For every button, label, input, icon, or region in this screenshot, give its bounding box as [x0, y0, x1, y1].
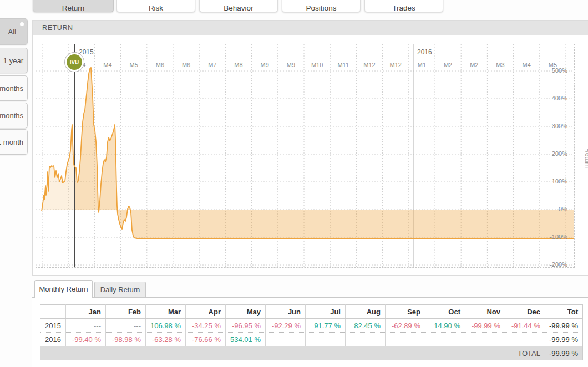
month-label: M10 [311, 62, 323, 68]
col-header-oct: Oct [425, 305, 465, 319]
month-label: M3 [496, 62, 504, 68]
total-label: TOTAL [40, 346, 545, 360]
month-label: M2 [470, 62, 478, 68]
col-header-year [40, 305, 66, 319]
y-axis-title: Return [584, 148, 588, 176]
col-header-mar: Mar [146, 305, 186, 319]
return-cell: -34.25 % [186, 319, 226, 333]
return-cell [266, 333, 306, 346]
return-cell [346, 333, 386, 346]
period-button-1-year[interactable]: 1 year [0, 48, 28, 73]
return-panel: RETURN M4M4M5M6M6M7M8M9M9M10M11M12M12M1M… [32, 20, 588, 276]
return-cell: 534.01 % [226, 333, 266, 346]
y-tick-label: -200% [550, 261, 567, 267]
return-cell: --- [106, 319, 146, 333]
col-header-jun: Jun [266, 305, 306, 319]
month-label: M4 [103, 62, 111, 68]
month-label: M11 [338, 62, 349, 68]
total-value: -99.99 % [545, 346, 583, 360]
return-cell: 91.77 % [306, 319, 346, 333]
page: ReturnRiskBehaviorPositionsTrades All1 y… [0, 0, 588, 367]
y-tick-label: 500% [552, 67, 567, 74]
y-tick-label: 100% [552, 178, 567, 185]
col-header-tot: Tot [545, 305, 583, 319]
col-header-sep: Sep [386, 305, 425, 319]
col-header-aug: Aug [346, 305, 386, 319]
period-button-1-month[interactable]: 1 month [0, 129, 28, 155]
month-label: M5 [130, 62, 138, 68]
selected-dot [20, 22, 24, 26]
return-cell: -98.98 % [106, 333, 146, 346]
return-cell: 14.90 % [425, 319, 465, 333]
month-label: M6 [156, 62, 164, 68]
table-row: 2016-99.40 %-98.98 %-63.28 %-76.66 %534.… [40, 333, 583, 346]
return-cell: -92.29 % [266, 319, 306, 333]
y-tick-label: 0% [559, 206, 567, 212]
return-cell: -96.95 % [226, 319, 266, 333]
ivu-marker-badge[interactable]: IVU [65, 53, 84, 72]
return-cell: --- [66, 319, 106, 333]
return-area-chart[interactable]: M4M4M5M6M6M7M8M9M9M10M11M12M12M1M2M2M3M4… [36, 44, 574, 267]
y-tick-label: 300% [552, 123, 567, 129]
return-cell: 106.98 % [146, 319, 186, 333]
period-button-3-months[interactable]: 3 months [0, 103, 28, 128]
month-label: M9 [287, 62, 295, 68]
tab-risk[interactable]: Risk [116, 0, 195, 12]
month-label: M7 [208, 62, 216, 68]
return-cell: -76.66 % [186, 333, 226, 346]
return-cell: -91.44 % [505, 319, 545, 333]
return-cell: 82.45 % [346, 319, 386, 333]
return-cell [306, 333, 346, 346]
return-cell: -99.40 % [66, 333, 106, 346]
total-row: TOTAL-99.99 % [40, 346, 583, 360]
col-header-feb: Feb [106, 305, 146, 319]
year-label: 2015 [79, 48, 94, 56]
return-cell: -99.99 % [545, 333, 583, 346]
table-row: 2015------106.98 %-34.25 %-96.95 %-92.29… [40, 319, 583, 333]
month-label: M6 [182, 62, 190, 68]
return-chart-plot[interactable]: M4M4M5M6M6M7M8M9M9M10M11M12M12M1M2M2M3M4… [36, 44, 575, 268]
monthly-return-table: JanFebMarAprMayJunJulAugSepOctNovDecTot2… [40, 304, 583, 360]
col-header-nov: Nov [465, 305, 505, 319]
row-year-label: 2016 [40, 333, 66, 346]
return-cell [505, 333, 545, 346]
month-label: M4 [523, 62, 531, 68]
tab-positions[interactable]: Positions [282, 0, 361, 12]
ivu-marker-label: IVU [70, 59, 79, 65]
y-tick-label: 200% [552, 150, 567, 157]
period-button-all[interactable]: All [0, 18, 28, 45]
return-cell: -99.99 % [545, 319, 583, 333]
col-header-jan: Jan [66, 305, 106, 319]
col-header-apr: Apr [186, 305, 226, 319]
tab-behavior[interactable]: Behavior [199, 0, 278, 12]
y-tick-label: 400% [552, 95, 567, 101]
row-year-label: 2015 [40, 319, 66, 333]
tab-daily-return[interactable]: Daily Return [94, 282, 146, 298]
year-label: 2016 [417, 48, 432, 56]
return-cell [425, 333, 465, 346]
month-label: M12 [389, 62, 401, 68]
month-label: M2 [444, 62, 452, 68]
tab-trades[interactable]: Trades [364, 0, 443, 12]
return-cell [465, 333, 505, 346]
y-tick-label: -100% [550, 233, 567, 240]
tab-monthly-return[interactable]: Monthly Return [34, 280, 93, 298]
return-cell: -99.99 % [465, 319, 505, 333]
return-cell: -62.89 % [386, 319, 425, 333]
return-cell: -63.28 % [146, 333, 186, 346]
month-label: M8 [234, 62, 242, 68]
month-label: M12 [363, 62, 375, 68]
panel-title: RETURN [33, 21, 588, 35]
col-header-dec: Dec [505, 305, 545, 319]
month-label: M9 [261, 62, 269, 68]
return-cell [386, 333, 425, 346]
month-label: M1 [418, 62, 426, 68]
period-button-6-months[interactable]: 6 months [0, 75, 28, 101]
col-header-jul: Jul [306, 305, 346, 319]
monthly-return-panel: JanFebMarAprMayJunJulAugSepOctNovDecTot2… [32, 297, 588, 367]
col-header-may: May [226, 305, 266, 319]
tab-return[interactable]: Return [33, 0, 114, 12]
